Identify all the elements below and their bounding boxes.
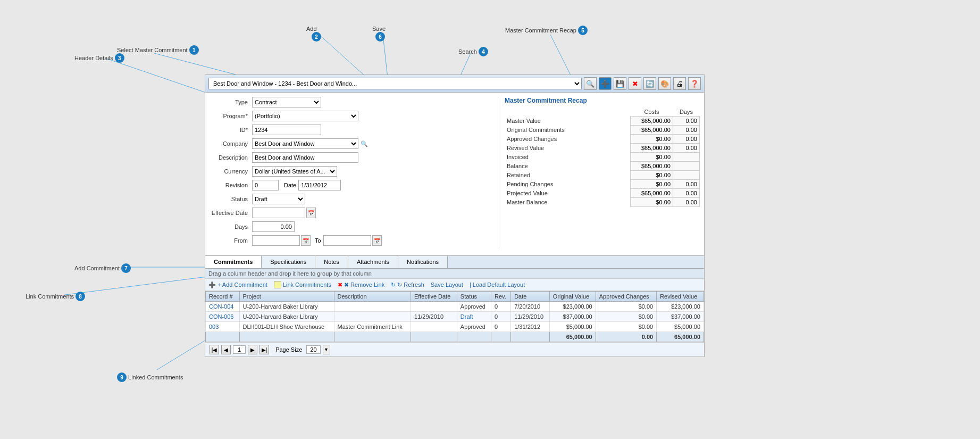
data-table: Record #ProjectDescriptionEffective Date… bbox=[205, 291, 704, 342]
table-cell: 7/20/2010 bbox=[511, 302, 550, 312]
table-cell[interactable]: 003 bbox=[206, 322, 240, 332]
badge-6: 6 bbox=[375, 32, 385, 42]
tab-commitments[interactable]: Commitments bbox=[205, 256, 262, 268]
id-input[interactable] bbox=[252, 125, 321, 135]
effective-date-input[interactable] bbox=[252, 208, 305, 218]
load-default-layout-button[interactable]: | Load Default Layout bbox=[470, 281, 525, 288]
print-button[interactable]: 🖨 bbox=[673, 77, 686, 90]
recap-row: Retained $0.00 bbox=[505, 171, 700, 180]
table-cell: $37,000.00 bbox=[549, 312, 596, 322]
days-input[interactable] bbox=[252, 221, 295, 232]
page-size-label: Page Size bbox=[275, 346, 302, 353]
col-header: Original Value bbox=[549, 292, 596, 302]
currency-select[interactable]: Dollar (United States of A... bbox=[252, 166, 337, 177]
recap-row: Master Value $65,000.00 0.00 bbox=[505, 117, 700, 126]
table-cell[interactable]: CON-004 bbox=[206, 302, 240, 312]
to-input[interactable] bbox=[323, 235, 371, 246]
save-button[interactable]: 💾 bbox=[614, 77, 626, 90]
table-cell: 0 bbox=[491, 312, 511, 322]
recap-days: 0.00 bbox=[673, 144, 700, 153]
add-button[interactable]: ➕ bbox=[599, 77, 612, 90]
recap-cost: $65,000.00 bbox=[631, 117, 673, 126]
col-header: Description bbox=[334, 292, 411, 302]
table-cell: $37,000.00 bbox=[657, 312, 704, 322]
annotation-search: Search 4 bbox=[458, 47, 488, 56]
last-page-button[interactable]: ▶| bbox=[259, 345, 269, 354]
tab-attachments[interactable]: Attachments bbox=[348, 256, 398, 268]
program-select[interactable]: (Portfolio) bbox=[252, 111, 358, 121]
footer-empty bbox=[457, 332, 491, 342]
master-commitment-dropdown[interactable]: Best Door and Window - 1234 - Best Door … bbox=[208, 78, 582, 89]
link-commitments-button[interactable]: Link Commitments bbox=[274, 281, 331, 288]
description-label: Description bbox=[210, 154, 252, 161]
recap-days bbox=[673, 153, 700, 162]
status-select[interactable]: Draft bbox=[252, 194, 305, 204]
table-cell: 11/29/2010 bbox=[511, 312, 550, 322]
help-button[interactable]: ❓ bbox=[688, 77, 701, 90]
from-input[interactable] bbox=[252, 235, 300, 246]
prev-page-button[interactable]: ◀ bbox=[221, 345, 231, 354]
badge-1: 1 bbox=[189, 45, 199, 55]
table-cell: $5,000.00 bbox=[657, 322, 704, 332]
tab-notifications[interactable]: Notifications bbox=[398, 256, 448, 268]
badge-3: 3 bbox=[115, 53, 124, 63]
search-button[interactable]: 🔍 bbox=[584, 77, 597, 90]
table-cell: Approved bbox=[457, 302, 491, 312]
table-cell: 1/31/2012 bbox=[511, 322, 550, 332]
currency-label: Currency bbox=[210, 168, 252, 175]
remove-link-button[interactable]: ✖ ✖ Remove Link bbox=[338, 281, 384, 288]
recap-row: Revised Value $65,000.00 0.00 bbox=[505, 144, 700, 153]
table-cell bbox=[334, 302, 411, 312]
recap-row: Projected Value $65,000.00 0.00 bbox=[505, 189, 700, 198]
color-button[interactable]: 🎨 bbox=[658, 77, 671, 90]
recap-days: 0.00 bbox=[673, 180, 700, 189]
page-size-dropdown-button[interactable]: ▼ bbox=[323, 345, 330, 354]
table-cell bbox=[411, 302, 457, 312]
from-calendar-icon[interactable]: 📅 bbox=[301, 235, 311, 246]
company-search-icon[interactable]: 🔍 bbox=[361, 140, 368, 147]
footer-empty bbox=[411, 332, 457, 342]
badge-4: 4 bbox=[479, 47, 488, 56]
recap-cost: $0.00 bbox=[631, 180, 673, 189]
table-cell[interactable]: CON-006 bbox=[206, 312, 240, 322]
table-cell: Approved bbox=[457, 322, 491, 332]
tab-notes[interactable]: Notes bbox=[315, 256, 348, 268]
recap-label: Projected Value bbox=[505, 189, 631, 198]
effective-date-calendar-icon[interactable]: 📅 bbox=[306, 208, 316, 218]
grid-actions: ➕ + Add Commitment Link Commitments ✖ ✖ … bbox=[205, 279, 704, 291]
footer-cell: 65,000.00 bbox=[549, 332, 596, 342]
col-header: Approved Changes bbox=[596, 292, 656, 302]
form-left: Type Contract Program* (Portfolio) ID* bbox=[210, 97, 489, 249]
from-label: From bbox=[210, 237, 252, 244]
annotation-master-recap: Master Commitment Recap 5 bbox=[505, 26, 588, 35]
first-page-button[interactable]: |◀ bbox=[210, 345, 219, 354]
footer-empty bbox=[206, 332, 240, 342]
recap-days bbox=[673, 171, 700, 180]
revision-input[interactable] bbox=[252, 180, 279, 190]
revision-row: Revision Date bbox=[210, 180, 489, 190]
table-cell: $0.00 bbox=[596, 322, 656, 332]
description-input[interactable] bbox=[252, 152, 358, 163]
recap-days: 0.00 bbox=[673, 117, 700, 126]
recap-cost: $0.00 bbox=[631, 135, 673, 144]
company-row: Company Best Door and Window 🔍 bbox=[210, 138, 489, 149]
recap-row: Approved Changes $0.00 0.00 bbox=[505, 135, 700, 144]
to-calendar-icon[interactable]: 📅 bbox=[372, 235, 382, 246]
tab-specifications[interactable]: Specifications bbox=[262, 256, 315, 268]
company-select[interactable]: Best Door and Window bbox=[252, 138, 358, 149]
type-select[interactable]: Contract bbox=[252, 97, 321, 107]
recap-label: Master Value bbox=[505, 117, 631, 126]
date-input[interactable] bbox=[298, 180, 341, 190]
refresh-grid-button[interactable]: ↻ ↻ Refresh bbox=[391, 281, 424, 288]
pagination: |◀ ◀ 1 ▶ ▶| Page Size 20 ▼ bbox=[205, 342, 704, 357]
program-label: Program* bbox=[210, 113, 252, 119]
table-cell[interactable]: Draft bbox=[457, 312, 491, 322]
next-page-button[interactable]: ▶ bbox=[248, 345, 257, 354]
refresh-button[interactable]: 🔄 bbox=[643, 77, 656, 90]
table-row: CON-006U-200-Harvard Baker Library11/29/… bbox=[206, 312, 704, 322]
table-cell: $23,000.00 bbox=[657, 302, 704, 312]
add-commitment-button[interactable]: ➕ + Add Commitment bbox=[208, 281, 267, 288]
delete-button[interactable]: ✖ bbox=[629, 77, 641, 90]
annotation-add: Add 2 bbox=[306, 26, 321, 42]
save-layout-button[interactable]: Save Layout bbox=[431, 281, 463, 288]
